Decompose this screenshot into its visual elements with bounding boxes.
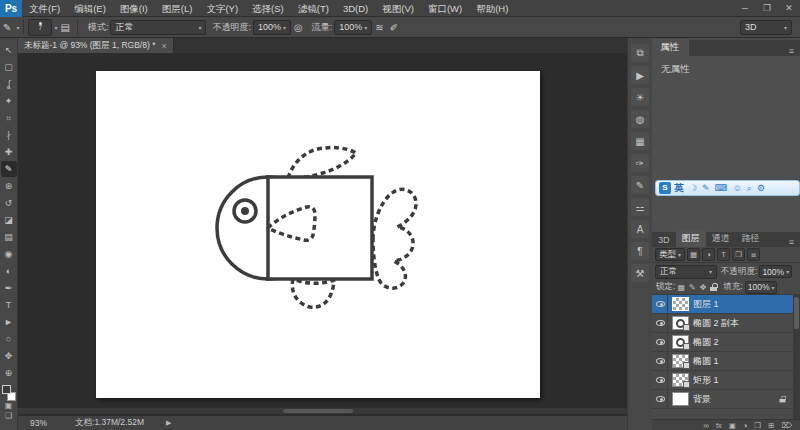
channels-panel-icon[interactable]: ▦ [631,132,649,150]
layer-thumbnail[interactable] [672,297,689,311]
tab-layers[interactable]: 图层 [676,230,706,247]
paragraph-panel-icon[interactable]: ¶ [631,242,649,260]
clone-stamp-tool[interactable]: ⊛ [1,178,17,194]
pen-tool[interactable]: ✒ [1,280,17,296]
visibility-toggle[interactable] [654,314,668,332]
menu-window[interactable]: 窗口(W) [421,0,469,17]
menu-edit[interactable]: 编辑(E) [67,0,113,17]
brush-tool[interactable]: ✎ [1,161,17,177]
document-tab[interactable]: 未标题-1 @ 93% (图层 1, RGB/8) * × [18,38,174,53]
menu-select[interactable]: 选择(S) [245,0,291,17]
tablet-pressure-icon[interactable]: ◎ [291,22,306,33]
canvas[interactable] [96,71,540,398]
visibility-toggle[interactable] [654,333,668,351]
link-layers-icon[interactable]: ∞ [704,420,709,430]
marquee-tool[interactable]: ▢ [1,59,17,75]
tab-paths[interactable]: 路径 [736,230,766,247]
toggle-brush-panel-icon[interactable]: ▤ [57,22,72,33]
menu-view[interactable]: 视图(V) [375,0,421,17]
crop-tool[interactable]: ⌗ [1,110,17,126]
ime-pen-icon[interactable]: ✎ [702,183,710,193]
horizontal-scrollbar[interactable] [18,408,627,414]
type-tool[interactable]: T [1,297,17,313]
layer-row[interactable]: 椭圆 2 [652,333,800,352]
filter-type-icon[interactable]: T [717,248,730,261]
eyedropper-tool[interactable]: ∤ [1,127,17,143]
quick-mask-button[interactable]: ▣ [2,401,16,411]
pen-pressure-icon[interactable]: ✐ [387,22,401,33]
character-panel-icon[interactable]: A [631,220,649,238]
menu-layer[interactable]: 图层(L) [155,0,200,17]
layer-thumbnail[interactable] [672,354,689,368]
lock-transparency-icon[interactable]: ▦ [677,283,685,292]
menu-help[interactable]: 帮助(H) [469,0,515,17]
airbrush-icon[interactable]: ≋ [372,22,386,33]
layer-thumbnail[interactable] [672,335,689,349]
delete-layer-icon[interactable]: ⌦ [781,420,792,430]
layer-name[interactable]: 图层 1 [693,298,719,311]
flow-input[interactable]: 100% ▾ [334,20,372,35]
path-selection-tool[interactable]: ► [1,314,17,330]
visibility-toggle[interactable] [654,371,668,389]
layer-thumbnail[interactable] [672,316,689,330]
layer-name[interactable]: 椭圆 1 [693,355,719,368]
menu-image[interactable]: 图像(I) [113,0,155,17]
menu-file[interactable]: 文件(F) [22,0,67,17]
brush-preset-picker[interactable]: 7 [28,19,52,36]
layer-row-background[interactable]: 背景 [652,390,800,409]
ime-skin-icon[interactable]: ☺ [733,183,742,193]
canvas-pasteboard[interactable] [18,53,627,415]
hand-tool[interactable]: ✥ [1,348,17,364]
dodge-tool[interactable]: ◐ [1,263,17,279]
layer-row[interactable]: 矩形 1 [652,371,800,390]
layer-name[interactable]: 椭圆 2 [693,336,719,349]
menu-3d[interactable]: 3D(D) [336,0,375,17]
lock-all-icon[interactable] [710,283,717,291]
brush-tool-icon[interactable]: ✎ [0,22,14,33]
restore-button[interactable]: ❐ [756,0,778,17]
lasso-tool[interactable]: ʆ [1,76,17,92]
filter-adjustment-icon[interactable]: ◑ [702,248,715,261]
scrollbar-thumb[interactable] [794,297,799,329]
add-mask-icon[interactable]: ▣ [729,420,736,430]
history-brush-tool[interactable]: ↺ [1,195,17,211]
layer-blend-mode-select[interactable]: 正常 ▾ [655,265,717,279]
close-document-icon[interactable]: × [161,41,166,51]
ime-logo[interactable]: S [659,182,671,194]
layer-thumbnail[interactable] [672,392,689,406]
status-menu-arrow-icon[interactable]: ▶ [166,419,171,427]
gradient-tool[interactable]: ▤ [1,229,17,245]
info-panel-icon[interactable]: ⧉ [631,44,649,62]
new-group-icon[interactable]: ❒ [754,420,761,430]
tool-presets-panel-icon[interactable]: ⚒ [631,264,649,282]
shape-tool[interactable]: ○ [1,331,17,347]
layer-fill-input[interactable]: 100% ▾ [745,281,778,294]
screen-mode-button[interactable]: ❏ [2,411,16,421]
layers-scrollbar[interactable] [793,295,800,419]
brush-presets-panel-icon[interactable]: ✑ [631,154,649,172]
close-button[interactable]: ✕ [778,0,800,17]
ime-handwriting-icon[interactable]: ☽ [689,183,697,193]
adjustment-layer-icon[interactable]: ◑ [743,420,748,430]
lock-pixels-icon[interactable]: ✎ [689,283,696,292]
zoom-level-field[interactable]: 93% [30,418,47,428]
visibility-toggle[interactable] [654,390,668,408]
zoom-tool[interactable]: ⊕ [1,365,17,381]
foreground-color-swatch[interactable] [2,385,11,394]
ime-settings-icon[interactable]: ⚙ [757,183,765,193]
clone-source-panel-icon[interactable]: ⚍ [631,198,649,216]
new-layer-icon[interactable]: ⊞ [768,420,774,430]
color-swatches[interactable] [2,385,16,401]
filter-shape-icon[interactable]: ❒ [732,248,745,261]
ime-search-icon[interactable]: ⌕ [747,183,752,194]
layer-name[interactable]: 背景 [693,393,711,406]
styles-panel-icon[interactable]: ◍ [631,110,649,128]
brush-panel-icon[interactable]: ✎ [631,176,649,194]
tab-3d[interactable]: 3D [652,233,676,247]
ime-toolbar[interactable]: S 英 ☽ ✎ ⌨ ☺ ⌕ ⚙ [655,180,800,196]
chevron-down-icon[interactable]: ▾ [16,24,19,31]
ime-keyboard-icon[interactable]: ⌨ [715,183,728,193]
quick-selection-tool[interactable]: ✦ [1,93,17,109]
opacity-input[interactable]: 100% ▾ [253,20,291,35]
ime-language-toggle[interactable]: 英 [674,182,684,195]
